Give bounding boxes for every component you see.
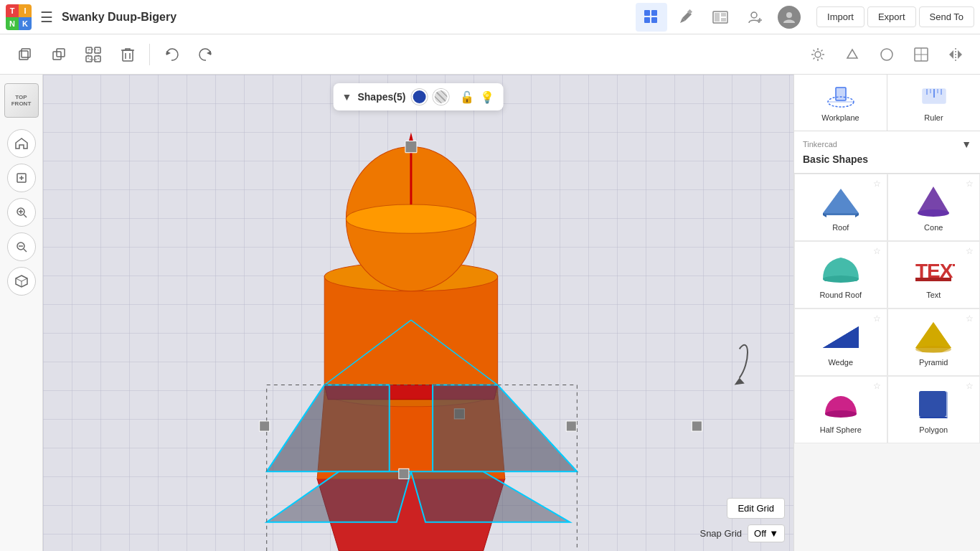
tinkercad-logo[interactable]: T I N K — [6, 4, 32, 30]
toolbar-separator — [149, 44, 150, 65]
wedge-star-icon[interactable]: ☆ — [873, 314, 881, 324]
logo-i: I — [19, 4, 32, 17]
svg-line-34 — [821, 57, 823, 59]
3d-model[interactable] — [43, 75, 793, 551]
pyramid-shape-preview — [912, 318, 955, 354]
zoom-in-button[interactable] — [7, 198, 36, 227]
nav-gallery-button[interactable] — [705, 3, 736, 32]
header-actions: Import Export Send To — [816, 6, 974, 27]
svg-rect-18 — [95, 47, 100, 53]
zoom-out-button[interactable] — [7, 232, 36, 261]
fit-view-button[interactable] — [7, 164, 36, 192]
svg-marker-42 — [949, 50, 953, 59]
mirror-icon — [948, 47, 963, 62]
avatar — [778, 6, 801, 29]
svg-rect-14 — [22, 49, 30, 57]
svg-marker-26 — [166, 51, 171, 55]
light-button[interactable] — [802, 39, 834, 70]
add-user-button[interactable] — [739, 3, 771, 32]
import-button[interactable]: Import — [816, 6, 864, 27]
zoom-out-icon — [15, 240, 28, 253]
redo-icon — [198, 47, 214, 62]
shape-pyramid[interactable]: ☆ Pyramid — [887, 309, 981, 376]
shape-polygon[interactable]: ☆ Polygon — [887, 376, 981, 443]
shape-wedge[interactable]: ☆ Wedge — [794, 309, 887, 376]
svg-point-28 — [815, 52, 821, 57]
snap-grid-select[interactable]: Off ▼ — [748, 524, 785, 542]
polygon-star-icon[interactable]: ☆ — [966, 381, 974, 391]
align-button[interactable] — [905, 39, 937, 70]
ruler-icon — [920, 83, 948, 109]
redo-button[interactable] — [190, 39, 222, 70]
visibility-button[interactable]: 💡 — [480, 90, 494, 104]
view-cube[interactable]: TOP FRONT — [4, 83, 39, 118]
shape-round-roof[interactable]: ☆ Round Roof — [794, 241, 887, 309]
svg-rect-19 — [86, 56, 92, 62]
home-view-button[interactable] — [7, 129, 36, 158]
selection-collapse-button[interactable]: ▼ — [342, 91, 352, 103]
round-roof-shape-preview — [819, 250, 862, 286]
half-sphere-star-icon[interactable]: ☆ — [873, 381, 881, 391]
svg-point-37 — [881, 49, 892, 60]
snap-grid-label: Snap Grid — [699, 528, 742, 539]
export-button[interactable]: Export — [867, 6, 916, 27]
gallery-icon — [712, 9, 728, 25]
left-sidebar: TOP FRONT — [0, 75, 43, 551]
svg-rect-3 — [651, 17, 657, 23]
canvas-area[interactable]: ▼ Shapes(5) 🔓 💡 Edit Grid Snap Grid Off … — [43, 75, 793, 551]
roof-star-icon[interactable]: ☆ — [873, 179, 881, 189]
right-panel: ❯ Workplane — [793, 75, 980, 551]
svg-line-54 — [16, 278, 22, 281]
round-roof-star-icon[interactable]: ☆ — [873, 246, 881, 256]
svg-line-53 — [24, 249, 27, 252]
library-dropdown-button[interactable]: ▼ — [961, 138, 971, 150]
workplane-tool[interactable]: Workplane — [794, 75, 887, 131]
undo-button[interactable] — [156, 39, 187, 70]
shape-text[interactable]: ☆ TEXT Text — [887, 241, 981, 309]
ruler-tool[interactable]: Ruler — [887, 75, 980, 131]
header: T I N K ☰ Swanky Duup-Bigery — [0, 0, 980, 34]
mirror-button[interactable] — [940, 39, 971, 70]
duplicate-button[interactable] — [43, 39, 75, 70]
notes-button[interactable] — [871, 39, 903, 70]
hole-color-button[interactable] — [433, 89, 448, 105]
nav-learn-button[interactable] — [670, 3, 702, 32]
3d-view-button[interactable] — [7, 267, 36, 296]
text-star-icon[interactable]: ☆ — [966, 246, 974, 256]
wedge-label: Wedge — [828, 358, 853, 367]
group-button[interactable] — [77, 39, 109, 70]
lock-button[interactable]: 🔓 — [460, 90, 474, 104]
shape-roof[interactable]: ☆ Roof — [794, 174, 887, 241]
workplane-icon — [825, 83, 857, 109]
pyramid-star-icon[interactable]: ☆ — [966, 314, 974, 324]
cone-star-icon[interactable]: ☆ — [966, 179, 974, 189]
shape-cone[interactable]: ☆ Cone — [887, 174, 981, 241]
edit-grid-button[interactable]: Edit Grid — [727, 498, 785, 519]
svg-rect-78 — [692, 421, 702, 431]
half-sphere-shape-preview — [819, 385, 862, 421]
fit-icon — [15, 171, 28, 184]
copy-up-button[interactable] — [9, 39, 40, 70]
nav-grid-button[interactable] — [636, 3, 667, 32]
svg-marker-27 — [207, 51, 211, 55]
svg-line-36 — [814, 57, 815, 59]
avatar-icon — [782, 10, 796, 24]
svg-rect-93 — [915, 278, 951, 281]
pyramid-label: Pyramid — [919, 358, 948, 367]
profile-button[interactable] — [773, 3, 805, 32]
shape-half-sphere[interactable]: ☆ Half Sphere — [794, 376, 887, 443]
polygon-shape-preview — [912, 385, 955, 421]
send-to-button[interactable]: Send To — [919, 6, 974, 27]
polygon-label: Polygon — [919, 425, 948, 434]
shape-view-button[interactable] — [837, 39, 868, 70]
list-icon[interactable]: ☰ — [40, 9, 53, 26]
logo-t: T — [6, 4, 19, 17]
solid-color-button[interactable] — [411, 89, 427, 105]
project-title[interactable]: Swanky Duup-Bigery — [62, 11, 176, 24]
delete-button[interactable] — [112, 39, 143, 70]
svg-rect-13 — [19, 51, 28, 60]
snap-grid-value: Off — [754, 528, 766, 539]
svg-marker-43 — [958, 50, 962, 59]
svg-rect-77 — [454, 409, 464, 419]
grid-icon — [644, 9, 659, 25]
